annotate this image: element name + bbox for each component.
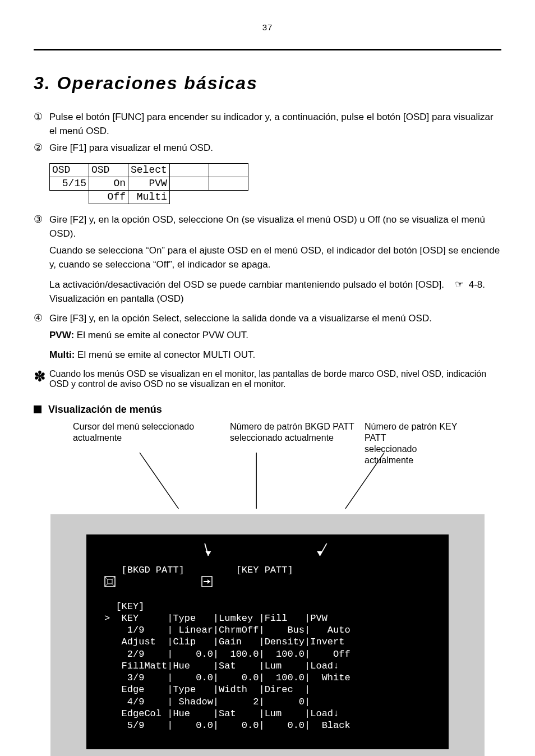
leader-lines [73,453,462,509]
callout-row: Cursor del menú seleccionado actualmente… [73,421,462,449]
cell-empty [50,190,89,204]
step-3-text-3-body: La activación/desactivación del OSD se p… [49,279,444,290]
svg-line-0 [140,453,178,509]
cell-empty [209,190,248,204]
step-marker-1: ① [34,110,49,138]
osd-line: Edge |Type |Width |Direc | [110,684,310,695]
svg-marker-6 [317,551,322,556]
osd-line: 3/9 | 0.0| 0.0| 100.0| White [110,672,350,683]
step-4-multi: Multi: El menú se emite al conector MULT… [49,348,501,362]
osd-line: FillMatt|Hue |Sat |Lum |Load↓ [110,661,339,671]
table-row: Off Multi [50,190,248,204]
multi-label: Multi: [49,349,75,360]
pointer-icon: ☞ [455,279,464,290]
pattern-bkgd-icon [104,576,116,587]
cell: Off [89,190,128,204]
horizontal-rule [34,49,501,50]
cell: On [89,177,128,190]
osd-line: 5/9 | 0.0| 0.0| 0.0| Black [110,720,350,731]
multi-text: El menú se emite al conector MULTI OUT. [75,349,255,360]
asterisk-icon: ✽ [34,369,49,384]
osd-line: KEY |Type |Lumkey |Fill |PVW [110,613,328,624]
step-4-text-1: Gire [F3] y, en la opción Select, selecc… [49,312,501,326]
osd-line: [KEY] [104,601,144,612]
osd-line: Adjust |Clip |Gain |Density|Invert [110,637,344,647]
cell: Multi [128,190,170,204]
svg-line-2 [345,453,384,509]
pvw-text: El menú se emite al conector PVW OUT. [74,330,248,340]
monitor-frame: [BKGD PATT] [KEY PATT] [KEY] > KEY |Type… [50,514,485,756]
step-marker-2: ② [34,141,49,155]
osd-line: 2/9 | 0.0| 100.0| 100.0| Off [110,649,350,660]
cell: OSD [50,163,89,177]
osd-mini-table: OSD OSD Select 5/15 On PVW Off Multi [49,163,248,204]
svg-line-3 [205,543,208,556]
table-row: 5/15 On PVW [50,177,248,190]
svg-marker-4 [205,551,211,556]
cell: PVW [128,177,170,190]
step-4: ④ Gire [F3] y, en la opción Select, sele… [34,312,501,326]
svg-line-5 [320,543,326,556]
cell: Select [128,163,170,177]
step-3: ③ Gire [F2] y, en la opción OSD, selecci… [34,213,501,241]
step-2-text: Gire [F1] para visualizar el menú OSD. [49,141,501,155]
osd-line: 1/9 | Linear|ChrmOff| Bus| Auto [110,625,350,635]
step-marker-3: ③ [34,213,49,241]
cell [169,177,209,190]
cell: 5/15 [50,177,89,190]
sub-heading: Visualización de menús [34,404,501,416]
note: ✽ Cuando los menús OSD se visualizan en … [34,369,501,389]
svg-marker-15 [207,579,210,584]
step-1-text: Pulse el botón [FUNC] para encender su i… [49,110,501,138]
step-1: ① Pulse el botón [FUNC] para encender su… [34,110,501,138]
step-3-text-3: La activación/desactivación del OSD se p… [49,277,501,306]
pvw-label: PVW: [49,330,74,340]
sub-heading-text: Visualización de menús [48,404,162,416]
pattern-key-icon [201,576,213,587]
cell [209,177,248,190]
osd-line: EdgeCol |Hue |Sat |Lum |Load↓ [110,708,339,719]
step-3-text-2: Cuando se selecciona “On” para el ajuste… [49,244,501,271]
osd-line: 4/9 | Shadow| 2| 0| [110,697,310,707]
osd-screen: [BKGD PATT] [KEY PATT] [KEY] > KEY |Type… [86,534,449,750]
cell-empty [169,190,209,204]
note-text: Cuando los menús OSD se visualizan en el… [49,369,501,389]
table-row: OSD OSD Select [50,163,248,177]
svg-rect-8 [108,579,112,584]
cell [209,163,248,177]
osd-header: [BKGD PATT] [KEY PATT] [104,565,316,575]
callout-cursor: Cursor del menú seleccionado actualmente [73,421,194,444]
step-2: ② Gire [F1] para visualizar el menú OSD. [34,141,501,155]
step-4-pvw: PVW: El menú se emite al conector PVW OU… [49,329,501,343]
step-3-text-1: Gire [F2] y, en la opción OSD, seleccion… [49,213,501,241]
cell: OSD [89,163,128,177]
step-marker-4: ④ [34,312,49,326]
cell [169,163,209,177]
callout-bkgd: Número de patrón BKGD PATT seleccionado … [230,421,354,444]
page-number: 37 [34,22,501,32]
bullet-square-icon [34,405,41,413]
page-title: 3. Operaciones básicas [34,73,501,94]
